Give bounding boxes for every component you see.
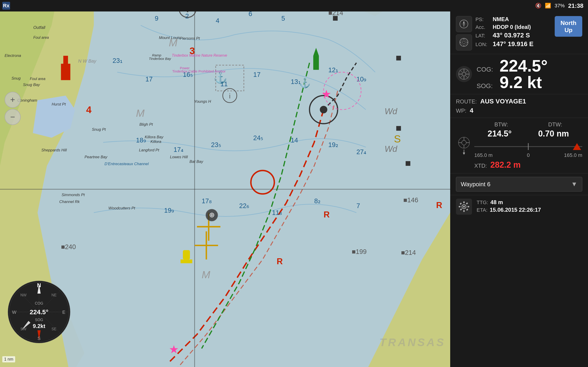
svg-text:18₉: 18₉: [136, 136, 146, 144]
svg-text:Wd: Wd: [384, 144, 398, 154]
label-youngs-h: Youngs H: [194, 99, 211, 104]
btw-dtw-data: BTW: DTW: 214.5° 0.70 nm 165.0 m 0: [474, 121, 582, 170]
xtd-scale-center: 0: [527, 152, 530, 158]
waypoint-number-3: 3: [190, 45, 195, 56]
svg-text:17: 17: [253, 71, 261, 78]
svg-text:SE: SE: [52, 327, 56, 331]
svg-rect-138: [466, 209, 468, 211]
svg-rect-13: [61, 64, 70, 80]
svg-point-7: [320, 106, 327, 114]
svg-text:R: R: [436, 200, 442, 210]
svg-text:22₆: 22₆: [239, 202, 249, 209]
svg-text:9.2kt: 9.2kt: [33, 323, 45, 329]
svg-text:13₁: 13₁: [291, 78, 301, 85]
label-channel-rk: Channel Rk: [59, 200, 80, 204]
svg-rect-135: [459, 206, 460, 207]
svg-text:27₄: 27₄: [356, 148, 367, 156]
xtd-label: XTD:: [474, 163, 487, 169]
gps-compass-button[interactable]: [456, 16, 472, 32]
svg-rect-70: [181, 259, 192, 263]
svg-rect-65: [216, 65, 244, 91]
sog-value: 9.2 kt: [500, 74, 542, 91]
zoom-controls: + −: [5, 92, 21, 125]
wp-value: 4: [470, 107, 473, 114]
svg-text:Wd: Wd: [384, 107, 398, 116]
svg-text:19₉: 19₉: [164, 207, 174, 214]
svg-text:E: E: [62, 310, 65, 315]
svg-text:16₅: 16₅: [183, 71, 193, 78]
cog-label: COG:: [477, 66, 497, 73]
svg-text:9: 9: [155, 15, 158, 22]
svg-text:M: M: [136, 107, 145, 119]
zoom-out-button[interactable]: −: [5, 109, 21, 125]
cog-value: 224.5°: [500, 58, 548, 74]
label-lowes-hill: Lowes Hill: [170, 155, 188, 159]
settings-button[interactable]: [456, 199, 472, 215]
svg-text:14: 14: [291, 136, 298, 144]
acc-label: Acc.: [476, 24, 493, 30]
route-section: ROUTE: AUS VOYAGE1 WP: 4: [450, 94, 588, 118]
eta-value: 15.06.2015 22:26:17: [490, 207, 541, 213]
main-content: ⚓ ⚓ i 9 2 4 6 5 23₁ 17 16₅ 11 17 13₁ 12₁…: [0, 11, 588, 367]
svg-text:R: R: [277, 257, 283, 266]
svg-text:SW: SW: [20, 327, 27, 331]
svg-text:S: S: [394, 133, 401, 145]
svg-text:⚓: ⚓: [213, 71, 228, 84]
svg-text:8₂: 8₂: [314, 197, 321, 205]
svg-text:i: i: [186, 11, 189, 15]
svg-marker-130: [463, 152, 465, 155]
label-foul-area-1: Foul area: [33, 35, 49, 40]
svg-text:■240: ■240: [61, 243, 76, 250]
status-bar: Rx 🔇 📶 37% 21:38: [0, 0, 588, 11]
svg-text:11₈: 11₈: [272, 209, 282, 216]
north-up-button[interactable]: North Up: [555, 16, 582, 37]
label-woodcutters-pt: Woodcutters Pt: [108, 206, 135, 211]
svg-text:19₂: 19₂: [328, 141, 338, 148]
route-value: AUS VOYAGE1: [480, 98, 526, 105]
steering-icon: [456, 66, 472, 82]
mute-icon: 🔇: [535, 3, 541, 9]
svg-text:12₁: 12₁: [328, 66, 338, 74]
svg-point-68: [324, 72, 361, 110]
lon-label: LON:: [476, 42, 493, 48]
svg-text:224.5°: 224.5°: [30, 309, 48, 316]
svg-marker-3: [0, 11, 450, 16]
svg-text:SOG: SOG: [35, 318, 43, 322]
svg-point-108: [462, 41, 465, 44]
panel-icons: [456, 16, 472, 50]
svg-rect-64: [406, 161, 410, 166]
svg-point-21: [179, 11, 196, 17]
svg-line-120: [466, 76, 468, 78]
svg-point-66: [223, 89, 237, 102]
svg-text:■214: ■214: [401, 249, 416, 256]
svg-text:■146: ■146: [403, 196, 418, 204]
svg-line-121: [466, 70, 468, 73]
gps-section: PS: NMEA Acc. HDOP 0 (Ideal) LAT: 43° 03…: [450, 11, 588, 54]
ais-button[interactable]: ⊕: [203, 207, 221, 225]
dtw-value: 0.70 nm: [538, 129, 569, 139]
svg-point-124: [462, 140, 466, 145]
xtd-value: 282.2 m: [490, 160, 521, 170]
svg-text:★: ★: [169, 343, 179, 356]
chart-view-button[interactable]: [456, 34, 472, 50]
map-area[interactable]: ⚓ ⚓ i 9 2 4 6 5 23₁ 17 16₅ 11 17 13₁ 12₁…: [0, 11, 450, 367]
svg-marker-4: [375, 11, 450, 367]
xtd-nav-icon: [456, 121, 472, 170]
xtd-bar: [474, 142, 582, 151]
zoom-in-button[interactable]: +: [5, 92, 21, 108]
svg-rect-11: [313, 56, 319, 70]
gps-info: PS: NMEA Acc. HDOP 0 (Ideal) LAT: 43° 03…: [476, 16, 551, 49]
btw-header: BTW:: [494, 121, 508, 128]
route-label: ROUTE:: [456, 98, 477, 105]
svg-rect-61: [396, 56, 401, 60]
svg-text:23₅: 23₅: [211, 141, 221, 148]
svg-point-6: [310, 96, 338, 124]
lon-value: 147° 19.916 E: [493, 40, 534, 48]
waypoint-dropdown[interactable]: Waypoint 6 ▼: [456, 177, 582, 192]
svg-text:NW: NW: [20, 293, 27, 297]
ps-value: NMEA: [493, 16, 509, 23]
ttg-value: 48 m: [490, 199, 503, 206]
wifi-icon: 📶: [545, 3, 551, 9]
svg-text:S: S: [37, 336, 40, 341]
label-killora-bay: Killora Bay: [145, 135, 163, 140]
